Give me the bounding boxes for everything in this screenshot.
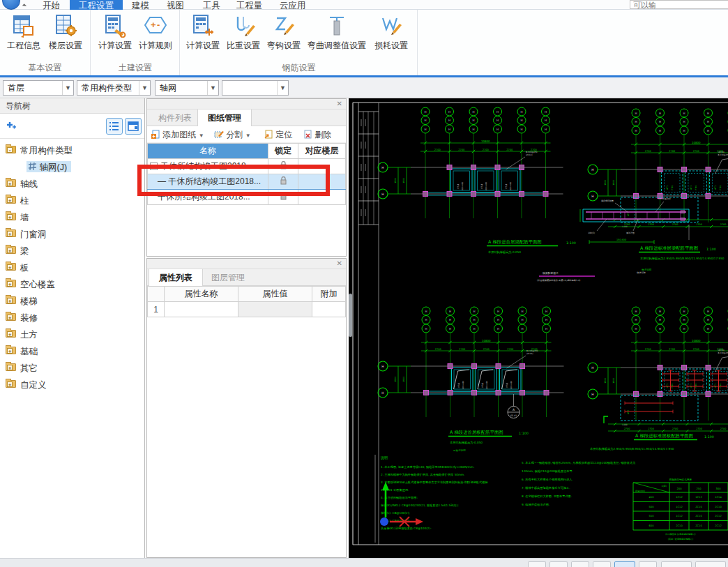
bend-adjust-button[interactable]: 弯曲调整值设置 (305, 13, 369, 52)
tab-start[interactable]: 开始 (33, 0, 69, 10)
svg-text:H: H (707, 120, 709, 123)
tree-item-stairs[interactable]: +楼梯 (0, 292, 144, 309)
calc-rules-button[interactable]: + - 计算规则 (136, 13, 175, 52)
tree-item-wall[interactable]: +墙 (0, 209, 144, 225)
loss-settings-button[interactable]: 损耗设置 (370, 13, 412, 52)
svg-text:H: H (707, 112, 709, 115)
tab-tools[interactable]: 工具 (194, 0, 229, 10)
column-header-name[interactable]: 名称 (148, 144, 268, 159)
ratio-settings-button[interactable]: 比重设置 (224, 13, 263, 52)
tab-property-list[interactable]: 属性列表 (149, 269, 203, 286)
column-header-lock[interactable]: 锁定 (268, 144, 298, 159)
cad-canvas[interactable]: HHHHHHHHHHHHHHHHHH1080027002700270027002… (349, 98, 728, 558)
status-tool-button[interactable] (661, 561, 692, 567)
svg-text:H: H (635, 129, 637, 133)
status-tool-button[interactable] (571, 561, 589, 567)
svg-text:2700: 2700 (648, 223, 654, 226)
tree-item-hollow-floor[interactable]: +空心楼盖 (0, 275, 144, 292)
svg-text:H: H (545, 327, 547, 331)
column-header-prop-name[interactable]: 属性名称 (165, 287, 238, 302)
tree-item-custom[interactable]: +自定义 (0, 376, 144, 393)
list-view-button[interactable] (106, 118, 123, 135)
props-row[interactable]: 1 (148, 302, 346, 317)
help-search-input[interactable] (630, 0, 728, 9)
project-info-label: 工程信息 (7, 40, 40, 50)
column-header-floor[interactable]: 对应楼层 (298, 144, 346, 159)
svg-text:H: H (381, 391, 384, 395)
split-sheet-button[interactable]: 分割 ▼ (214, 126, 251, 144)
tab-cloud[interactable]: 云应用 (271, 0, 315, 10)
status-tool-button-active[interactable] (614, 561, 635, 567)
svg-text:1C14: 1C14 (715, 496, 722, 499)
chevron-down-icon: ▼ (139, 81, 150, 95)
tree-item-slab[interactable]: +板 (0, 259, 144, 275)
tree-item-foundation[interactable]: +基础 (0, 342, 144, 359)
svg-text:H: H (707, 129, 709, 133)
calc-settings-rebar-button[interactable]: 计算设置 (183, 13, 222, 52)
tree-item-axis-grid[interactable]: 轴网(J) (0, 158, 144, 175)
app-logo-icon[interactable] (2, 0, 20, 10)
status-tool-button[interactable] (549, 561, 568, 567)
status-tool-button[interactable] (695, 561, 726, 567)
tab-sheet-management[interactable]: 图纸管理 (197, 109, 252, 126)
status-tool-button[interactable] (593, 561, 611, 567)
folder-icon: + (6, 330, 16, 338)
tree-item-axis[interactable]: +轴线 (0, 175, 144, 192)
element-select[interactable]: 轴网▼ (155, 80, 219, 96)
tab-layer-management[interactable]: 图层管理 (202, 269, 255, 286)
category-select[interactable]: 常用构件类型▼ (77, 80, 151, 96)
tree-item-decoration[interactable]: +装修 (0, 309, 144, 326)
tree-item-common-types[interactable]: -常用构件类型 (0, 142, 144, 158)
calc-settings-civil-label: 计算设置 (98, 40, 132, 50)
extra-select[interactable]: ▼ (222, 80, 289, 96)
detail-view-button[interactable] (125, 118, 142, 135)
status-tool-button[interactable] (528, 561, 546, 567)
svg-text:PTB1: PTB1 (719, 185, 722, 190)
status-tool-button[interactable] (639, 561, 657, 567)
app-menu-caret-icon[interactable] (22, 3, 26, 8)
tab-modeling[interactable]: 建模 (123, 0, 158, 10)
tab-project-settings[interactable]: 工程设置 (70, 0, 123, 10)
svg-text:AT2: AT2 (627, 410, 630, 414)
svg-text:200×400: 200×400 (462, 182, 464, 190)
tab-view[interactable]: 视图 (158, 0, 193, 10)
project-info-button[interactable]: 工程信息 (4, 13, 43, 52)
svg-text:2C10: 2C10 (695, 506, 702, 508)
close-icon[interactable]: ✕ (337, 100, 342, 108)
props-panel-tabs: 属性列表 图层管理 (147, 269, 346, 286)
svg-text:H: H (424, 110, 426, 114)
canvas-edge-handle[interactable] (349, 294, 352, 337)
svg-text:200×400: 200×400 (462, 381, 464, 389)
tree-item-earthwork[interactable]: +土方 (0, 326, 144, 342)
locate-sheet-button[interactable]: 定位 (264, 126, 292, 143)
tree-item-other[interactable]: +其它 (0, 359, 144, 376)
tree-item-beam[interactable]: +梁 (0, 242, 144, 259)
add-node-icon[interactable] (4, 121, 17, 132)
column-header-prop-value[interactable]: 属性值 (238, 287, 312, 302)
close-icon[interactable]: ✕ (337, 259, 342, 268)
tab-component-list[interactable]: 构件列表 (149, 109, 202, 126)
svg-text:(2C14): (2C14) (526, 352, 533, 355)
svg-text:H: H (635, 120, 637, 123)
column-header-prop-extra[interactable]: 附加 (312, 287, 346, 302)
delete-sheet-button[interactable]: 删除 (303, 126, 331, 143)
svg-text:1800: 1800 (402, 178, 405, 183)
ratio-settings-label: 比重设置 (227, 40, 260, 50)
add-sheet-button[interactable]: 添加图纸 ▼ (151, 126, 204, 144)
svg-text:2700: 2700 (693, 150, 700, 153)
floor-settings-icon (53, 13, 78, 38)
svg-text:10800: 10800 (482, 339, 491, 342)
calc-settings-civil-button[interactable]: 计算设置 (96, 13, 135, 52)
tree-item-column[interactable]: +柱 (0, 192, 144, 209)
floor-settings-button[interactable]: 楼层设置 (46, 13, 85, 52)
hook-settings-button[interactable]: 弯钩设置 (264, 13, 303, 52)
tab-quantity[interactable]: 工程量 (227, 0, 272, 10)
svg-text:2700: 2700 (506, 149, 513, 151)
floor-select[interactable]: 首层▼ (3, 80, 74, 96)
svg-text:H: H (707, 310, 709, 313)
tree-item-door-window[interactable]: +门窗洞 (0, 225, 144, 242)
svg-text:KTL1: KTL1 (481, 382, 484, 387)
svg-text:H: H (659, 318, 661, 322)
svg-text:(b=梯段宽 按选用钢筋规格计): (b=梯段宽 按选用钢筋规格计) (665, 533, 695, 536)
svg-text:KTL1: KTL1 (457, 382, 460, 387)
